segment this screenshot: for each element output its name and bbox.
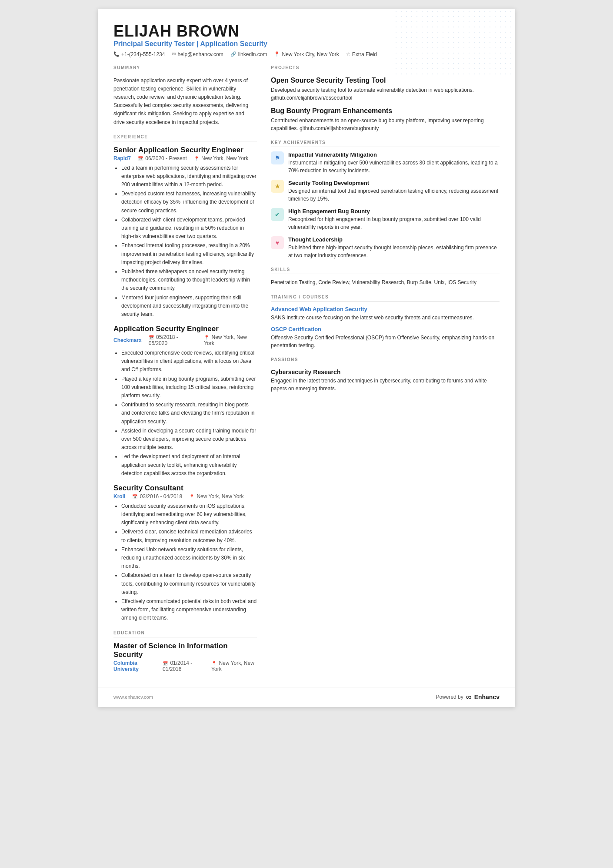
job-3-dates: 📅 03/2016 - 04/2018 <box>132 493 182 499</box>
footer-website: www.enhancv.com <box>113 694 153 700</box>
achievements-section-header: KEY ACHIEVEMENTS <box>271 140 500 147</box>
list-item: Executed comprehensive code reviews, ide… <box>121 349 257 374</box>
job-3-location: 📍 New York, New York <box>189 493 243 499</box>
list-item: Played a key role in bug bounty programs… <box>121 375 257 400</box>
job-2-location: 📍 New York, New York <box>204 334 257 346</box>
achievement-3-content: High Engagement Bug Bounty Recognized fo… <box>288 208 500 231</box>
checkmark-icon: ✔ <box>271 208 284 221</box>
projects-section-header: PROJECTS <box>271 65 500 72</box>
list-item: Led a team in performing security assess… <box>121 164 257 189</box>
resume-header: ELIJAH BROWN Principal Security Tester |… <box>113 23 500 57</box>
list-item: Developed custom test harnesses, increas… <box>121 190 257 215</box>
job-2-meta: Checkmarx 📅 05/2018 - 05/2020 📍 New York… <box>113 334 257 346</box>
edu-location: 📍 New York, New York <box>211 660 257 672</box>
achievement-1-desc: Instrumental in mitigating over 500 vuln… <box>288 159 500 174</box>
right-column: PROJECTS Open Source Security Testing To… <box>271 65 500 672</box>
resume-page: ELIJAH BROWN Principal Security Tester |… <box>98 9 515 707</box>
calendar-icon-1: 📅 <box>138 156 143 161</box>
contact-bar: 📞 +1-(234)-555-1234 ✉ help@enhancv.com 🔗… <box>113 51 500 57</box>
achievement-1-content: Impactful Vulnerability Mitigation Instr… <box>288 151 500 174</box>
list-item: Collaborated with client development tea… <box>121 216 257 241</box>
project-2: Bug Bounty Program Enhancements Contribu… <box>271 107 500 132</box>
skills-text: Penetration Testing, Code Review, Vulner… <box>271 278 500 287</box>
achievement-2-content: Security Tooling Development Designed an… <box>288 180 500 203</box>
passion-1-desc: Engaged in the latest trends and techniq… <box>271 377 500 392</box>
job-1-company: Rapid7 <box>113 155 131 161</box>
edu-school: Columbia University <box>113 660 156 672</box>
email-icon: ✉ <box>172 51 176 57</box>
list-item: Delivered clear, concise technical remed… <box>121 528 257 544</box>
training-1-desc: SANS Institute course focusing on the la… <box>271 314 500 322</box>
location-icon-edu: 📍 <box>211 661 217 666</box>
location-icon-2: 📍 <box>204 335 209 340</box>
list-item: Enhanced internal tooling processes, res… <box>121 241 257 267</box>
achievement-1: ⚑ Impactful Vulnerability Mitigation Ins… <box>271 151 500 174</box>
achievement-2-title: Security Tooling Development <box>288 180 500 186</box>
list-item: Published three whitepapers on novel sec… <box>121 268 257 293</box>
job-1-title: Senior Application Security Engineer <box>113 146 257 154</box>
training-2-desc: Offensive Security Certified Professiona… <box>271 334 500 349</box>
contact-extra: ☆ Extra Field <box>346 51 377 57</box>
achievement-4-title: Thought Leadership <box>288 236 500 243</box>
contact-phone: 📞 +1-(234)-555-1234 <box>113 51 165 57</box>
passion-1-title: Cybersecurity Research <box>271 369 500 375</box>
list-item: Contributed to security research, result… <box>121 401 257 426</box>
job-2-bullets: Executed comprehensive code reviews, ide… <box>113 349 257 478</box>
contact-linkedin: 🔗 linkedin.com <box>230 51 267 57</box>
list-item: Conducted security assessments on iOS ap… <box>121 502 257 527</box>
candidate-name: ELIJAH BROWN <box>113 23 500 40</box>
project-1-desc: Developed a security testing tool to aut… <box>271 86 500 102</box>
achievement-3-desc: Recognized for high engagement in bug bo… <box>288 215 500 231</box>
job-3-company: Kroll <box>113 493 125 499</box>
list-item: Mentored four junior engineers, supporti… <box>121 294 257 319</box>
skills-section-header: SKILLS <box>271 267 500 274</box>
training-1-title: Advanced Web Application Security <box>271 306 500 312</box>
enhancv-infinity-icon: ∞ <box>466 693 472 702</box>
main-layout: SUMMARY Passionate application security … <box>113 65 500 672</box>
experience-section-header: EXPERIENCE <box>113 134 257 141</box>
job-3-bullets: Conducted security assessments on iOS ap… <box>113 502 257 623</box>
star-icon: ★ <box>271 180 284 193</box>
education-section-header: EDUCATION <box>113 630 257 637</box>
location-icon-3: 📍 <box>189 494 194 499</box>
training-1: Advanced Web Application Security SANS I… <box>271 306 500 322</box>
list-item: Effectively communicated potential risks… <box>121 597 257 623</box>
job-3: Security Consultant Kroll 📅 03/2016 - 04… <box>113 484 257 623</box>
link-icon: 🔗 <box>230 51 237 57</box>
project-1-title: Open Source Security Testing Tool <box>271 77 500 84</box>
job-1-bullets: Led a team in performing security assess… <box>113 164 257 318</box>
achievement-3: ✔ High Engagement Bug Bounty Recognized … <box>271 208 500 231</box>
job-2-company: Checkmarx <box>113 337 142 343</box>
calendar-icon-2: 📅 <box>149 335 154 340</box>
training-section-header: TRAINING / COURSES <box>271 295 500 302</box>
job-1-meta: Rapid7 📅 06/2020 - Present 📍 New York, N… <box>113 155 257 161</box>
achievement-4-content: Thought Leadership Published three high-… <box>288 236 500 259</box>
job-3-title: Security Consultant <box>113 484 257 493</box>
summary-section-header: SUMMARY <box>113 65 257 72</box>
list-item: Collaborated on a team to develop open-s… <box>121 571 257 597</box>
location-icon-1: 📍 <box>194 156 199 161</box>
education-entry: Master of Science in Information Securit… <box>113 642 257 672</box>
edu-meta: Columbia University 📅 01/2014 - 01/2016 … <box>113 660 257 672</box>
passion-1: Cybersecurity Research Engaged in the la… <box>271 369 500 392</box>
achievement-3-title: High Engagement Bug Bounty <box>288 208 500 214</box>
edu-dates: 📅 01/2014 - 01/2016 <box>163 660 204 672</box>
enhancv-brand-name: Enhancv <box>474 694 500 700</box>
left-column: SUMMARY Passionate application security … <box>113 65 257 672</box>
job-3-meta: Kroll 📅 03/2016 - 04/2018 📍 New York, Ne… <box>113 493 257 499</box>
project-2-title: Bug Bounty Program Enhancements <box>271 107 500 115</box>
project-2-desc: Contributed enhancements to an open-sour… <box>271 117 500 132</box>
powered-by-text: Powered by <box>436 694 463 700</box>
phone-icon: 📞 <box>113 51 120 57</box>
job-1-dates: 📅 06/2020 - Present <box>138 155 187 161</box>
training-2: OSCP Certification Offensive Security Ce… <box>271 326 500 349</box>
flag-icon: ⚑ <box>271 151 284 164</box>
job-1-location: 📍 New York, New York <box>194 155 248 161</box>
calendar-icon-edu: 📅 <box>163 661 168 666</box>
job-2-dates: 📅 05/2018 - 05/2020 <box>149 334 197 346</box>
achievement-4-desc: Published three high-impact security tho… <box>288 244 500 259</box>
list-item: Led the development and deployment of an… <box>121 452 257 478</box>
resume-footer: www.enhancv.com Powered by ∞ Enhancv <box>98 687 515 707</box>
location-icon: 📍 <box>274 51 280 57</box>
edu-degree: Master of Science in Information Securit… <box>113 642 257 659</box>
